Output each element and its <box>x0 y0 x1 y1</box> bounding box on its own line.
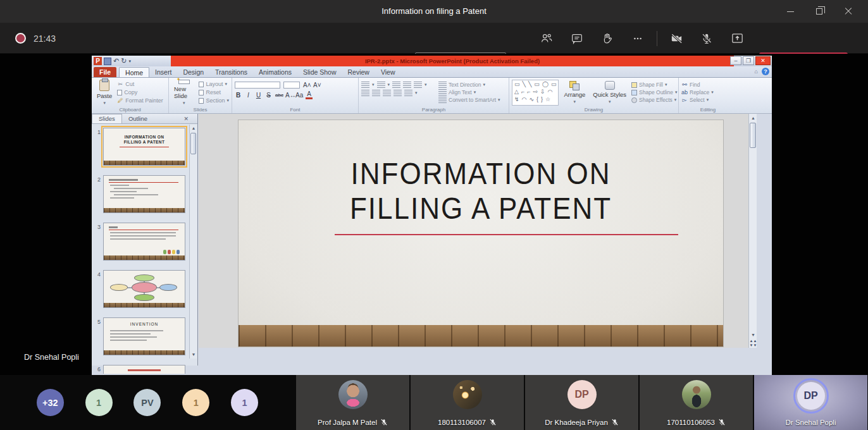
text-direction-button[interactable]: Text Direction▾ <box>438 82 500 88</box>
share-screen-button[interactable] <box>722 23 752 54</box>
chat-button[interactable] <box>562 23 592 54</box>
format-painter-button[interactable]: 🖉Format Painter <box>117 97 163 104</box>
tab-review[interactable]: Review <box>342 67 375 77</box>
video-tile[interactable]: 170110106053 <box>640 375 753 430</box>
select-button[interactable]: ▻Select▾ <box>681 97 735 103</box>
clear-formatting-button[interactable]: abc <box>275 92 282 98</box>
slide-canvas[interactable]: INFORMATION ON FILLING A PATENT <box>239 120 723 347</box>
participant-bubble[interactable]: 1 <box>182 389 209 416</box>
slide-thumbnail-5[interactable]: INVENTION <box>103 317 185 355</box>
line-spacing-icon[interactable] <box>414 82 422 88</box>
slide-thumbnail-3[interactable] <box>103 223 185 261</box>
convert-smartart-button[interactable]: Convert to SmartArt▾ <box>438 97 500 103</box>
shape-fill-button[interactable]: Shape Fill▾ <box>631 82 677 88</box>
paste-button[interactable]: Paste▾ <box>94 80 115 106</box>
tab-view[interactable]: View <box>375 67 401 77</box>
shrink-font-button[interactable]: A˅ <box>313 82 320 89</box>
slide-thumbnail-6[interactable] <box>103 365 185 374</box>
scrollbar-thumb[interactable] <box>190 133 196 154</box>
replace-button[interactable]: abReplace▾ <box>681 89 735 95</box>
numbering-icon[interactable] <box>377 82 385 88</box>
new-slide-button[interactable]: New Slide▾ <box>171 80 196 106</box>
tab-design[interactable]: Design <box>177 67 209 77</box>
scroll-up-icon[interactable]: ▲ <box>749 114 757 122</box>
tab-animations[interactable]: Animations <box>253 67 297 77</box>
ppt-close-button[interactable]: ✕ <box>755 56 771 65</box>
close-button[interactable] <box>834 0 863 23</box>
slide-thumbnail-2[interactable] <box>103 175 185 213</box>
mic-off-button[interactable] <box>691 23 722 54</box>
cut-button[interactable]: ✂Cut <box>117 81 163 87</box>
shapes-gallery[interactable]: ▭╲╲▭◯▭ △⌐⌐⇨⇩◠ ↯◠∿{}☆ <box>512 80 559 106</box>
arrange-button[interactable]: Arrange▾ <box>561 80 588 106</box>
bullets-icon[interactable] <box>361 82 369 88</box>
outline-panel-tab[interactable]: Outline <box>122 114 154 123</box>
grow-font-button[interactable]: A˄ <box>303 82 310 89</box>
participants-button[interactable] <box>531 23 562 54</box>
slide-thumbnail-4[interactable] <box>103 270 185 308</box>
participant-bubble[interactable]: 1 <box>85 389 113 416</box>
font-color-button[interactable]: A <box>306 90 313 99</box>
undo-icon[interactable]: ↶ <box>113 57 119 65</box>
shape-outline-button[interactable]: Shape Outline▾ <box>631 89 677 95</box>
video-tile[interactable]: 180113106007 <box>411 375 524 430</box>
save-icon[interactable] <box>104 58 111 65</box>
editor-scrollbar[interactable]: ▲ ▼ ▲▲ ▼▼ <box>748 114 757 348</box>
character-spacing-button[interactable]: A↔ <box>285 92 292 99</box>
align-center-icon[interactable] <box>372 90 380 96</box>
decrease-indent-icon[interactable] <box>392 82 400 88</box>
slide-thumbnail-1[interactable]: INFORMATION ONFILLING A PATENT <box>103 128 185 166</box>
camera-off-button[interactable] <box>661 23 691 54</box>
thumbnails-scrollbar[interactable]: ▲ ▼ <box>189 125 197 359</box>
more-options-button[interactable] <box>623 23 653 54</box>
restore-button[interactable] <box>805 0 834 23</box>
scroll-down-icon[interactable]: ▼ <box>190 351 197 359</box>
reset-button[interactable]: Reset <box>199 89 229 95</box>
align-right-icon[interactable] <box>383 90 391 96</box>
increase-indent-icon[interactable] <box>403 82 411 88</box>
scroll-up-icon[interactable]: ▲ <box>190 125 197 132</box>
participant-bubble[interactable]: PV <box>133 389 161 416</box>
scroll-down-icon[interactable]: ▼ <box>749 331 757 339</box>
italic-button[interactable]: I <box>245 92 252 99</box>
video-tile[interactable]: DP Dr Khadeeja Priyan <box>525 375 638 430</box>
find-button[interactable]: ⚯Find <box>681 82 735 88</box>
previous-slide-button[interactable]: ▲▲ <box>749 339 757 343</box>
close-panel-icon[interactable]: ✕ <box>183 116 189 122</box>
tab-slideshow[interactable]: Slide Show <box>297 67 342 77</box>
tab-file[interactable]: File <box>94 67 116 77</box>
align-text-button[interactable]: Align Text▾ <box>438 89 500 95</box>
video-tile[interactable]: Prof Jalpa M Patel <box>296 375 409 430</box>
shape-effects-button[interactable]: Shape Effects▾ <box>631 97 677 103</box>
raise-hand-button[interactable] <box>592 23 623 54</box>
bold-button[interactable]: B <box>235 92 242 99</box>
tab-transitions[interactable]: Transitions <box>209 67 253 77</box>
next-slide-button[interactable]: ▼▼ <box>749 343 757 348</box>
participant-bubble[interactable]: 1 <box>231 389 258 416</box>
font-size-combobox[interactable] <box>283 82 300 89</box>
copy-button[interactable]: Copy <box>117 89 163 95</box>
video-tile-speaking[interactable]: DP Dr Snehal Popli <box>754 375 867 430</box>
change-case-button[interactable]: Aa <box>295 92 302 99</box>
scrollbar-thumb[interactable] <box>750 123 756 148</box>
ppt-minimize-button[interactable]: – <box>730 56 741 65</box>
ppt-restore-button[interactable]: ❐ <box>743 56 754 65</box>
slides-panel-tab[interactable]: Slides <box>92 114 122 123</box>
justify-icon[interactable] <box>394 90 402 96</box>
overflow-participants-bubble[interactable]: +32 <box>37 389 64 416</box>
section-button[interactable]: Section▾ <box>199 97 229 104</box>
columns-icon[interactable] <box>404 90 412 96</box>
help-icon[interactable]: ? <box>762 68 769 75</box>
tab-insert[interactable]: Insert <box>149 67 177 77</box>
align-left-icon[interactable] <box>361 90 369 96</box>
minimize-ribbon-icon[interactable]: ⌂ <box>755 68 758 75</box>
layout-button[interactable]: Layout▾ <box>199 81 229 87</box>
qat-dropdown-icon[interactable]: ▾ <box>128 59 131 64</box>
quick-styles-button[interactable]: Quick Styles▾ <box>590 80 629 106</box>
minimize-button[interactable] <box>776 0 805 23</box>
tab-home[interactable]: Home <box>119 67 149 77</box>
font-name-combobox[interactable] <box>235 82 280 89</box>
strikethrough-button[interactable]: S <box>265 92 272 99</box>
redo-icon[interactable]: ↻ <box>121 57 127 65</box>
underline-button[interactable]: U <box>255 92 262 99</box>
